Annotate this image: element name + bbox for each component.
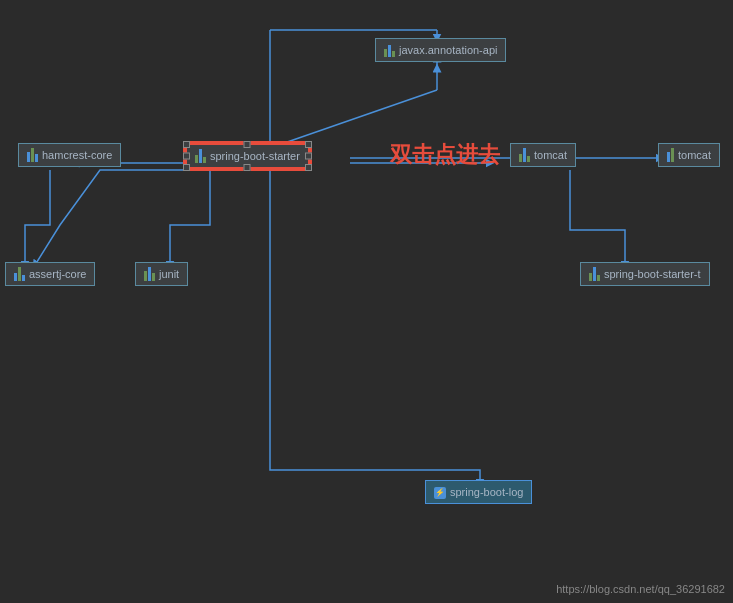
annotation-text: 双击点进去 [390,140,500,170]
node-assertj-core[interactable]: assertj-core [5,262,95,286]
node-icon [589,267,600,281]
node-icon [14,267,25,281]
handle-ml [183,153,190,160]
node-icon [27,148,38,162]
node-label: tomcat [678,149,711,161]
node-tomcat[interactable]: tomcat [658,143,720,167]
node-label: spring-boot-starter-t [604,268,701,280]
node-spring-boot-log[interactable]: ⚡ spring-boot-log [425,480,532,504]
node-icon [384,43,395,57]
node-hamcrest-core[interactable]: hamcrest-core [18,143,121,167]
node-javax-annotation-api[interactable]: javax.annotation-api [375,38,506,62]
node-spring-boot-starter[interactable]: spring-boot-starter [185,143,310,169]
node-icon: ⚡ [434,485,446,499]
handle-bm [244,164,251,171]
handle-tl [183,141,190,148]
node-label: spring-boot-starter [210,150,300,162]
watermark: https://blog.csdn.net/qq_36291682 [556,583,725,595]
node-label: junit [159,268,179,280]
node-icon [519,148,530,162]
node-icon [144,267,155,281]
node-tomcat-embed-el[interactable]: tomcat [510,143,576,167]
node-junit[interactable]: junit [135,262,188,286]
node-icon [667,148,674,162]
handle-bl [183,164,190,171]
node-label: hamcrest-core [42,149,112,161]
handle-br [305,164,312,171]
handle-tm [244,141,251,148]
node-spring-boot-starter-t[interactable]: spring-boot-starter-t [580,262,710,286]
node-label: spring-boot-log [450,486,523,498]
node-label: javax.annotation-api [399,44,497,56]
node-label: tomcat [534,149,567,161]
handle-tr [305,141,312,148]
handle-mr [305,153,312,160]
node-icon [195,149,206,163]
node-label: assertj-core [29,268,86,280]
